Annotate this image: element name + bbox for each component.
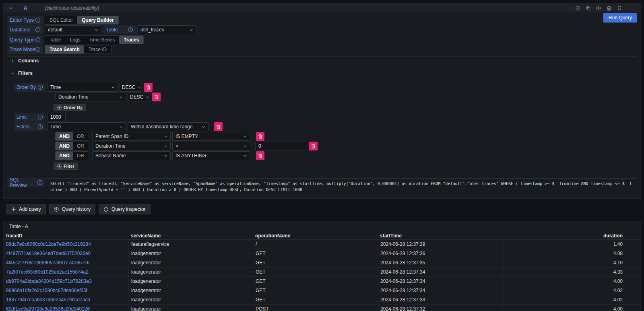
remove-filter-button[interactable] (309, 142, 318, 150)
bool-or-option[interactable]: OR (73, 152, 88, 160)
filter-field-select[interactable]: Parent Span ID (92, 132, 171, 141)
info-icon[interactable]: i (128, 27, 133, 32)
column-header-operationname[interactable]: operationName (253, 232, 378, 240)
add-query-button[interactable]: Add query (6, 204, 46, 214)
table-row: 4f497571a618e364ed7ded60752030e0 loadgen… (4, 249, 640, 258)
filter-operator-value: IS EMPTY (175, 134, 198, 139)
filter-field-value: Service Name (95, 153, 126, 159)
filter-field-select[interactable]: Duration Time (92, 142, 171, 150)
editor-type-label: Editor Type i (7, 16, 43, 25)
plus-circle-icon (57, 105, 62, 110)
remove-order-by-button[interactable] (144, 83, 153, 92)
table-select[interactable]: otel_traces (137, 25, 196, 34)
order-by-direction-select[interactable]: DESC (128, 93, 149, 101)
trace-id-link[interactable]: 4f45c21918c73698057a8b1c741657c6 (4, 258, 128, 268)
filter-field-select[interactable]: Time (47, 122, 126, 131)
query-type-option-time-series[interactable]: Time Series (85, 36, 120, 44)
column-header-starttime[interactable]: startTime (378, 232, 502, 240)
order-by-field-select[interactable]: Duration Time (55, 93, 126, 101)
trace-id-link[interactable]: 1887794f7eaa6037d0e2a4579bcd7acb (4, 295, 128, 305)
datasource-name: (clickhouse-observability) (45, 5, 99, 11)
info-circle-icon (103, 207, 109, 212)
trace-id-link[interactable]: 96968b10fa2b2c1590bc67dea06ef35f (4, 286, 128, 295)
collapse-chevron-icon[interactable] (8, 5, 14, 11)
trace-id-link[interactable]: 62df1ec9a29728c9e29536c20d140226 (4, 305, 128, 311)
add-order-by-button[interactable]: Order By (54, 104, 86, 111)
column-header-duration[interactable]: duration (502, 232, 640, 240)
table-label-text: Table (106, 27, 118, 33)
order-by-direction-select[interactable]: DESC (120, 83, 141, 92)
info-icon[interactable]: i (35, 37, 40, 42)
bool-or-option[interactable]: OR (73, 132, 88, 140)
query-type-option-logs[interactable]: Logs (66, 36, 85, 44)
filter-operator-select[interactable]: IS ANYTHING (172, 151, 250, 160)
query-history-button[interactable]: Query history (49, 204, 95, 214)
chevron-down-icon (202, 125, 205, 129)
query-type-option-traces[interactable]: Traces (119, 36, 143, 44)
drag-handle-icon[interactable] (616, 5, 623, 11)
info-icon[interactable]: i (35, 27, 40, 32)
info-icon[interactable]: i (37, 180, 42, 185)
filter-operator-select[interactable]: IS EMPTY (172, 132, 250, 141)
query-inspector-button[interactable]: Query inspector (99, 204, 151, 214)
plus-circle-icon (57, 164, 62, 169)
duration-cell: 4.02 (502, 286, 640, 295)
trace-mode-option-trace-search[interactable]: Trace Search (45, 45, 84, 54)
bool-and-option[interactable]: AND (56, 152, 73, 160)
query-type-option-table[interactable]: Table (45, 36, 66, 44)
info-icon[interactable]: i (35, 18, 40, 23)
bool-or-option[interactable]: OR (73, 142, 88, 150)
add-filter-button[interactable]: Filter (54, 163, 78, 170)
trace-id-link[interactable]: 4f497571a618e364ed7ded60752030e0 (4, 249, 128, 258)
trace-id-link[interactable]: db9704a2bbda34204d159c71b78283e3 (4, 277, 128, 286)
editor-type-option-query-builder[interactable]: Query Builder (77, 16, 118, 24)
trash-icon[interactable] (606, 5, 612, 11)
info-icon[interactable]: i (38, 85, 43, 90)
table-body: 89dc7e8c6060c0d12de7e9b50c216284 feature… (4, 240, 640, 311)
filter-operator-select[interactable]: Within dashboard time range (128, 122, 208, 131)
column-header-traceid[interactable]: traceID (4, 232, 128, 240)
plus-icon (11, 207, 16, 212)
chevron-down-icon (111, 86, 115, 89)
trace-id-link[interactable]: 7a2f07ecf63c60b1029ab2ac155874a2 (4, 268, 128, 277)
bool-and-option[interactable]: AND (56, 132, 73, 140)
trace-mode-option-trace-id[interactable]: Trace ID (84, 45, 111, 54)
filter-value-input[interactable] (255, 142, 306, 150)
service-name-cell: loadgenerator (128, 305, 253, 311)
eye-icon[interactable] (595, 5, 602, 11)
dot-circle-icon[interactable] (574, 5, 581, 11)
remove-filter-button[interactable] (256, 151, 264, 160)
editor-type-label-text: Editor Type (10, 17, 34, 23)
bool-and-option[interactable]: AND (56, 142, 73, 150)
remove-order-by-button[interactable] (152, 93, 161, 101)
duplicate-query-icon[interactable] (585, 5, 591, 11)
info-icon[interactable]: i (35, 47, 40, 52)
trace-id-link[interactable]: 89dc7e8c6060c0d12de7e9b50c216284 (4, 240, 128, 249)
duration-cell: 4.00 (502, 305, 640, 311)
editor-type-option-sql-editor[interactable]: SQL Editor (45, 16, 77, 24)
database-select[interactable]: default (45, 25, 101, 34)
start-time-cell: 2024-06-28 12:37:34 (378, 277, 502, 286)
column-header-servicename[interactable]: serviceName (128, 232, 253, 240)
columns-section-header[interactable]: Columns (7, 57, 637, 65)
query-editor-panel: A (clickhouse-observability) Run Query E… (3, 3, 641, 199)
operation-name-cell: / (253, 240, 378, 249)
remove-filter-button[interactable] (214, 122, 223, 131)
chevron-down-icon (146, 95, 149, 99)
order-by-field-select[interactable]: Time (47, 83, 118, 92)
chevron-down-icon (119, 95, 123, 99)
remove-filter-button[interactable] (256, 132, 264, 141)
filter-field-value: Parent Span ID (95, 134, 128, 139)
limit-input[interactable] (47, 113, 66, 122)
run-query-button[interactable]: Run Query (603, 13, 637, 23)
chevron-down-icon (138, 86, 141, 89)
filters-section: Filters Order By i Time DESC (7, 69, 637, 175)
filter-operator-select[interactable]: > (172, 142, 250, 150)
operation-name-cell: GET (253, 277, 378, 286)
add-query-label: Add query (19, 206, 41, 212)
info-icon[interactable]: i (38, 115, 43, 119)
info-icon[interactable]: i (38, 124, 43, 129)
filter-field-select[interactable]: Service Name (92, 151, 171, 160)
filters-section-header[interactable]: Filters (7, 69, 637, 77)
operation-name-cell: GET (253, 268, 378, 277)
